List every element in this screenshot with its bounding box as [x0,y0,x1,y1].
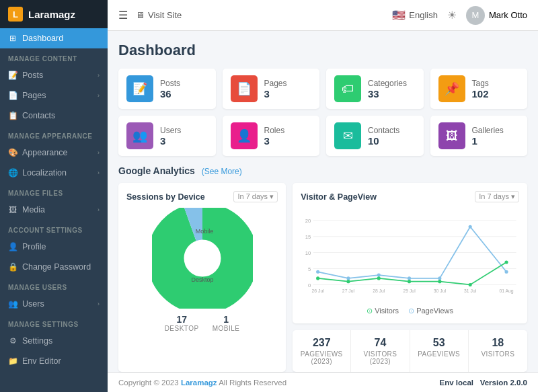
sidebar-item-media[interactable]: 🖼 Media › [0,200,108,220]
categories-card-label: Categories [368,79,407,88]
visitors-legend: ⊙ Visitors [367,307,399,315]
svg-point-24 [408,280,411,283]
visitors-2023-value: 74 [358,337,402,349]
sidebar: L Laramagz ⊞ Dashboard MANAGE CONTENT 📝 … [0,0,108,392]
avatar: M [466,6,485,25]
mobile-value: 1 [223,314,229,325]
desktop-stat: 17 DESKTOP [165,314,199,332]
pageviews-2023-value: 237 [299,337,344,349]
chevron-right-icon: › [98,149,100,156]
svg-text:31 Jul: 31 Jul [464,288,477,293]
sidebar-section-users: MANAGE USERS 👥 Users › [0,277,108,314]
sidebar-item-dashboard[interactable]: ⊞ Dashboard [0,28,108,48]
logo-icon: L [8,7,23,22]
mobile-stat: 1 MOBILE [213,314,240,332]
sidebar-item-profile[interactable]: 👤 Profile [0,237,108,257]
tags-card-info: Tags 102 [472,79,489,100]
pages-card-info: Pages 3 [264,79,287,100]
posts-card-value: 36 [160,88,180,100]
visitors-2023-label: VISITORS (2023) [358,350,402,365]
sidebar-item-posts[interactable]: 📝 Posts › [0,65,108,85]
stats-cell-visitors: 18 VISITORS [469,330,527,372]
posts-card-icon: 📝 [126,75,153,102]
stats-cell-visitors-2023: 74 VISITORS (2023) [351,330,410,372]
sidebar-item-users[interactable]: 👥 Users › [0,294,108,314]
categories-card-icon: 🏷 [334,75,361,102]
sidebar-item-label: Media [22,205,45,214]
svg-point-18 [438,276,441,280]
sidebar-item-change-password[interactable]: 🔒 Change Password [0,257,108,277]
sidebar-item-env-editor[interactable]: 📁 Env Editor [0,351,108,371]
categories-card-info: Categories 33 [368,79,407,100]
svg-text:26 Jul: 26 Jul [312,288,325,293]
pages-card-icon: 📄 [231,75,258,102]
see-more-link[interactable]: (See More) [202,167,242,176]
pie-legend: 17 DESKTOP 1 MOBILE [165,314,240,332]
sidebar-item-label: Profile [22,242,46,251]
stats-cell-pageviews-2023: 237 PAGEVIEWS (2023) [293,330,351,372]
sidebar-section-appearance: MANAGE APPEARANCE 🎨 Appearance › 🌐 Local… [0,126,108,183]
svg-text:0: 0 [308,282,311,288]
svg-point-23 [377,276,381,280]
footer: Copyright © 2023 Laramagz All Rights Res… [108,373,538,392]
pageview-period-selector[interactable]: In 7 days ▾ [475,191,519,202]
sidebar-item-pages[interactable]: 📄 Pages › [0,85,108,106]
pageviews-label: PAGEVIEWS [417,350,461,358]
sessions-period-selector[interactable]: In 7 days ▾ [233,191,278,202]
monitor-icon: 🖥 [136,10,145,20]
sidebar-item-appearance[interactable]: 🎨 Appearance › [0,143,108,163]
settings-icon: ⚙ [8,336,17,346]
sidebar-item-contacts[interactable]: 📋 Contacts [0,106,108,126]
users-card-info: Users 3 [160,126,181,147]
svg-text:30 Jul: 30 Jul [434,288,447,293]
svg-point-22 [347,280,350,283]
pageviews-legend: ⊙ PageViews [408,307,453,315]
lock-icon: 🔒 [8,262,17,272]
sidebar-item-label: Contacts [22,111,55,120]
sidebar-item-localization[interactable]: 🌐 Localization › [0,163,108,183]
visit-site-link[interactable]: 🖥 Visit Site [136,10,182,20]
stat-card-roles: 👤 Roles 3 [223,116,320,156]
galleries-card-info: Galleries 1 [472,126,504,147]
roles-card-icon: 👤 [231,122,258,149]
users-card-icon: 👥 [126,122,153,149]
main-content: Dashboard 📝 Posts 36 📄 Pages 3 🏷 [108,31,538,373]
pageview-chart-header: Visitor & PageView In 7 days ▾ [301,191,519,202]
roles-card-value: 3 [264,135,285,147]
pie-svg: Desktop Mobile [152,208,253,309]
chevron-right-icon: › [98,301,100,307]
theme-toggle[interactable]: ☀ [447,9,457,22]
sessions-chart-card: Sessions by Device In 7 days ▾ Desktop M… [118,183,286,372]
user-menu[interactable]: M Mark Otto [466,6,527,25]
page-title: Dashboard [118,42,527,59]
analytics-stats-row: 237 PAGEVIEWS (2023) 74 VISITORS (2023) … [293,330,527,372]
posts-icon: 📝 [8,71,17,80]
sessions-chart-title: Sessions by Device [126,192,205,202]
visitors-value: 18 [475,337,521,349]
contacts-card-info: Contacts 10 [368,126,399,147]
sidebar-item-label: Change Password [22,262,91,272]
menu-icon[interactable]: ☰ [118,9,128,22]
contacts-card-label: Contacts [368,126,399,135]
footer-brand-link[interactable]: Laramagz [181,379,217,387]
sidebar-logo[interactable]: L Laramagz [0,0,108,28]
sidebar-item-settings[interactable]: ⚙ Settings [0,331,108,351]
svg-text:Mobile: Mobile [195,228,213,235]
posts-card-label: Posts [160,79,180,88]
stat-card-posts: 📝 Posts 36 [118,69,216,109]
pageviews-value: 53 [417,337,461,349]
app-name: Laramagz [28,9,75,20]
env-icon: 📁 [8,356,17,366]
media-icon: 🖼 [8,205,17,214]
visit-site-label: Visit Site [148,10,182,20]
svg-text:Desktop: Desktop [191,276,213,283]
svg-text:27 Jul: 27 Jul [342,288,355,293]
tags-card-label: Tags [472,79,489,88]
user-name: Mark Otto [489,10,527,20]
section-label-files: MANAGE FILES [0,183,108,200]
galleries-card-label: Galleries [472,126,504,135]
language-selector[interactable]: 🇺🇸 English [392,9,438,22]
tags-card-value: 102 [472,88,489,100]
svg-text:15: 15 [305,234,311,240]
sidebar-item-label: Pages [22,91,46,100]
